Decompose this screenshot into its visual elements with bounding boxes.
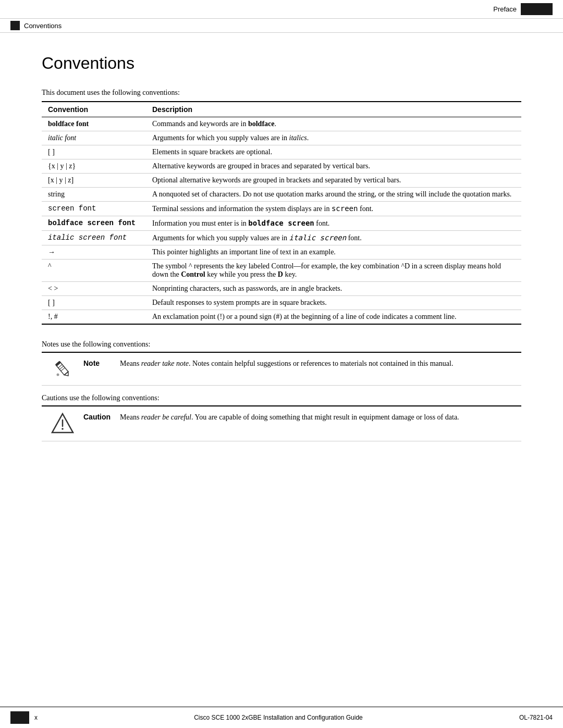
main-content: Conventions This document uses the follo… — [0, 33, 563, 473]
convention-cell: boldface font — [42, 117, 146, 131]
caution-label: Caution — [83, 412, 120, 421]
convention-cell: boldface screen font — [42, 216, 146, 231]
convention-cell: [x | y | z] — [42, 174, 146, 188]
table-row: boldface screen fontInformation you must… — [42, 216, 521, 231]
header-preface-label: Preface — [493, 5, 517, 13]
header-tab — [521, 3, 553, 15]
table-row: ^The symbol ^ represents the key labeled… — [42, 260, 521, 282]
description-cell: Information you must enter is in boldfac… — [146, 216, 521, 231]
convention-cell: [ ] — [42, 145, 146, 159]
description-cell: The symbol ^ represents the key labeled … — [146, 260, 521, 282]
convention-cell: [ ] — [42, 296, 146, 310]
convention-cell: screen font — [42, 202, 146, 216]
svg-line-3 — [58, 364, 63, 367]
conventions-table: Convention Description boldface fontComm… — [42, 101, 521, 325]
description-cell: Nonprinting characters, such as password… — [146, 282, 521, 296]
convention-cell: italic screen font — [42, 231, 146, 245]
table-row: boldface fontCommands and keywords are i… — [42, 117, 521, 131]
description-cell: Arguments for which you supply values ar… — [146, 131, 521, 145]
caution-row: Caution Means reader be careful. You are… — [42, 405, 521, 441]
description-cell: Alternative keywords are grouped in brac… — [146, 159, 521, 174]
convention-cell: !, # — [42, 310, 146, 325]
table-row: →This pointer highlights an important li… — [42, 245, 521, 260]
svg-point-9 — [62, 428, 64, 430]
table-row: italic fontArguments for which you suppl… — [42, 131, 521, 145]
table-row: < >Nonprinting characters, such as passw… — [42, 282, 521, 296]
description-cell: Optional alternative keywords are groupe… — [146, 174, 521, 188]
caution-icon-cell — [42, 412, 83, 436]
footer: x Cisco SCE 1000 2xGBE Installation and … — [0, 707, 563, 728]
footer-doc-number: OL-7821-04 — [519, 714, 553, 721]
table-header-convention: Convention — [42, 102, 146, 117]
convention-cell: → — [42, 245, 146, 260]
description-cell: Terminal sessions and information the sy… — [146, 202, 521, 216]
breadcrumb-bar: Conventions — [0, 19, 563, 33]
description-cell: An exclamation point (!) or a pound sign… — [146, 310, 521, 325]
note-label: Note — [83, 358, 120, 367]
description-cell: Arguments for which you supply values ar… — [146, 231, 521, 245]
intro-text: This document uses the following convent… — [42, 89, 521, 97]
table-row: {x | y | z}Alternative keywords are grou… — [42, 159, 521, 174]
description-cell: Commands and keywords are in boldface. — [146, 117, 521, 131]
table-row: stringA nonquoted set of characters. Do … — [42, 188, 521, 202]
convention-cell: < > — [42, 282, 146, 296]
description-cell: This pointer highlights an important lin… — [146, 245, 521, 260]
caution-description: Means reader be careful. You are capable… — [120, 412, 521, 423]
svg-point-6 — [57, 374, 59, 376]
notes-intro: Notes use the following conventions: — [42, 340, 521, 349]
footer-page-number: x — [34, 714, 38, 721]
table-row: screen fontTerminal sessions and informa… — [42, 202, 521, 216]
note-row: Note Means reader take note. Notes conta… — [42, 352, 521, 386]
footer-block-icon — [10, 711, 29, 724]
convention-cell: {x | y | z} — [42, 159, 146, 174]
svg-line-4 — [59, 366, 64, 369]
description-cell: Default responses to system prompts are … — [146, 296, 521, 310]
table-row: [x | y | z]Optional alternative keywords… — [42, 174, 521, 188]
breadcrumb-text: Conventions — [24, 22, 62, 30]
caution-icon — [51, 412, 75, 436]
convention-cell: string — [42, 188, 146, 202]
footer-document-title: Cisco SCE 1000 2xGBE Installation and Co… — [194, 714, 363, 721]
footer-left: x — [10, 711, 38, 724]
svg-marker-2 — [64, 372, 70, 377]
breadcrumb-block-icon — [10, 21, 20, 30]
table-row: [ ]Elements in square brackets are optio… — [42, 145, 521, 159]
table-row: italic screen fontArguments for which yo… — [42, 231, 521, 245]
table-row: [ ]Default responses to system prompts a… — [42, 296, 521, 310]
header: Preface — [0, 0, 563, 19]
table-header-description: Description — [146, 102, 521, 117]
note-icon-cell — [42, 358, 83, 380]
page-title: Conventions — [42, 54, 521, 73]
note-description: Means reader take note. Notes contain he… — [120, 358, 521, 369]
table-row: !, #An exclamation point (!) or a pound … — [42, 310, 521, 325]
cautions-intro: Cautions use the following conventions: — [42, 394, 521, 402]
note-icon — [52, 358, 74, 380]
convention-cell: ^ — [42, 260, 146, 282]
description-cell: Elements in square brackets are optional… — [146, 145, 521, 159]
svg-line-5 — [61, 368, 65, 371]
convention-cell: italic font — [42, 131, 146, 145]
description-cell: A nonquoted set of characters. Do not us… — [146, 188, 521, 202]
